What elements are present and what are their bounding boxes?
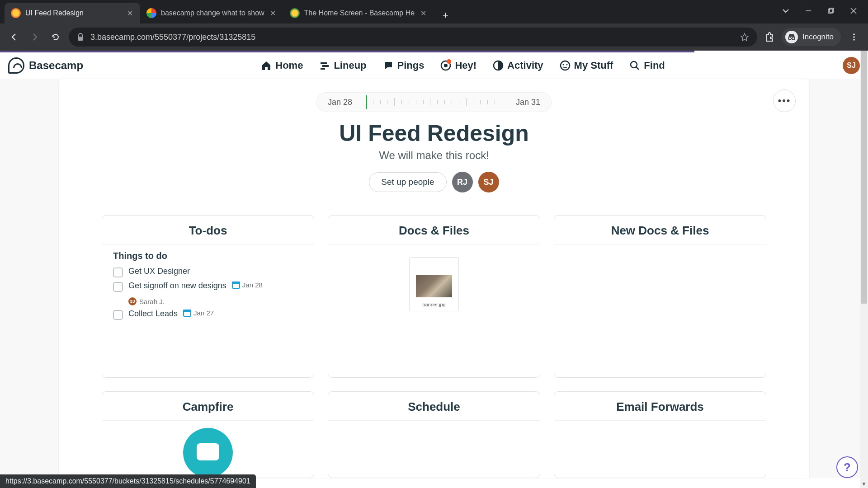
new-tab-button[interactable]: + <box>437 7 453 23</box>
card-title: To-dos <box>102 216 314 244</box>
maximize-icon[interactable] <box>826 6 835 15</box>
nav-lineup[interactable]: Lineup <box>319 60 366 71</box>
card-title: New Docs & Files <box>554 216 766 244</box>
due-date: Jan 27 <box>183 309 214 317</box>
scrollbar[interactable]: ▼ <box>860 51 868 488</box>
svg-rect-12 <box>321 68 325 70</box>
extensions-icon[interactable] <box>763 30 776 44</box>
svg-point-18 <box>566 64 567 66</box>
minimize-icon[interactable] <box>804 6 813 15</box>
nav-label: My Stuff <box>574 60 613 71</box>
project-sheet: ••• Jan 28 Jan 31 UI Feed Redesign We wi… <box>59 79 809 478</box>
browser-tab[interactable]: basecamp change what to show ✕ <box>140 3 283 23</box>
card-title: Docs & Files <box>328 216 540 244</box>
mystuff-icon <box>560 60 571 71</box>
svg-point-5 <box>792 37 795 40</box>
scroll-down-icon[interactable]: ▼ <box>860 480 868 488</box>
svg-point-4 <box>788 37 791 40</box>
svg-point-7 <box>853 33 855 35</box>
checkbox-icon[interactable] <box>113 267 123 277</box>
app-header: Basecamp Home Lineup Pings Hey! Activity… <box>0 52 868 79</box>
todo-text: Collect Leads <box>128 309 178 319</box>
nav-find[interactable]: Find <box>629 60 665 71</box>
url-text: 3.basecamp.com/5550377/projects/31325815 <box>90 33 734 42</box>
card-schedule[interactable]: Schedule <box>328 391 540 478</box>
nav-activity[interactable]: Activity <box>493 60 543 71</box>
user-avatar[interactable]: SJ <box>843 57 860 74</box>
nav-label: Lineup <box>334 60 366 71</box>
logo-icon <box>8 57 24 74</box>
close-window-icon[interactable] <box>849 6 858 15</box>
svg-rect-10 <box>321 62 327 64</box>
activity-icon <box>493 60 504 71</box>
lineup-icon <box>319 60 330 71</box>
file-thumbnail[interactable]: banner.jpg <box>409 257 459 311</box>
card-email[interactable]: Email Forwards <box>554 391 766 478</box>
timeline-ticks <box>366 97 502 108</box>
todo-item[interactable]: Get UX Designer <box>113 265 303 279</box>
nav-mystuff[interactable]: My Stuff <box>560 60 613 71</box>
incognito-badge[interactable]: Incognito <box>782 28 841 46</box>
calendar-icon <box>232 282 240 289</box>
forward-button[interactable] <box>27 29 42 45</box>
svg-point-8 <box>853 36 855 38</box>
checkbox-icon[interactable] <box>113 282 123 292</box>
svg-line-20 <box>636 67 639 70</box>
home-icon <box>261 60 272 71</box>
tab-title: basecamp change what to show <box>161 9 264 17</box>
todo-text: Get signoff on new designs <box>128 281 226 291</box>
tab-search-icon[interactable] <box>781 6 790 15</box>
svg-point-17 <box>562 64 564 66</box>
timeline[interactable]: Jan 28 Jan 31 <box>316 92 552 112</box>
svg-rect-3 <box>78 37 83 41</box>
thumbnail-image-icon <box>416 275 452 297</box>
svg-point-19 <box>631 61 637 68</box>
reload-button[interactable] <box>48 29 63 45</box>
person-avatar[interactable]: RJ <box>452 172 473 192</box>
logo[interactable]: Basecamp <box>8 57 83 74</box>
calendar-icon <box>183 310 191 317</box>
scrollbar-thumb[interactable] <box>861 51 867 304</box>
card-newdocs[interactable]: New Docs & Files <box>554 215 766 378</box>
browser-tab[interactable]: UI Feed Redesign ✕ <box>5 3 140 23</box>
card-todos[interactable]: To-dos Things to do Get UX Designer Get … <box>102 215 314 378</box>
todo-item[interactable]: Get signoff on new designs Jan 28 SJSara… <box>113 279 303 307</box>
bookmark-icon[interactable] <box>740 33 749 42</box>
address-bar[interactable]: 3.basecamp.com/5550377/projects/31325815 <box>69 28 757 47</box>
nav-hey[interactable]: Hey! <box>440 60 476 71</box>
help-button[interactable]: ? <box>836 456 858 478</box>
window-controls <box>771 0 868 22</box>
card-campfire[interactable]: Campfire <box>102 391 314 478</box>
card-title: Campfire <box>102 392 314 421</box>
nav-label: Activity <box>507 60 543 71</box>
todo-text: Get UX Designer <box>128 267 190 276</box>
browser-menu-icon[interactable] <box>846 29 862 45</box>
browser-chrome: UI Feed Redesign ✕ basecamp change what … <box>0 0 868 51</box>
svg-point-9 <box>853 39 855 41</box>
nav-label: Find <box>644 60 665 71</box>
nav-pings[interactable]: Pings <box>383 60 425 71</box>
close-icon[interactable]: ✕ <box>126 9 134 17</box>
todo-list-title: Things to do <box>113 251 303 261</box>
card-title: Email Forwards <box>554 392 766 421</box>
browser-toolbar: 3.basecamp.com/5550377/projects/31325815… <box>0 23 868 51</box>
person-avatar[interactable]: SJ <box>478 172 499 192</box>
setup-people-button[interactable]: Set up people <box>369 172 446 192</box>
favicon-icon <box>290 8 300 18</box>
timeline-start: Jan 28 <box>328 98 352 107</box>
todo-item[interactable]: Collect Leads Jan 27 <box>113 307 303 322</box>
checkbox-icon[interactable] <box>113 310 123 320</box>
hey-icon <box>440 60 451 71</box>
more-menu-button[interactable]: ••• <box>773 89 796 112</box>
status-bar: https://3.basecamp.com/5550377/buckets/3… <box>0 474 256 488</box>
close-icon[interactable]: ✕ <box>419 9 427 17</box>
svg-point-14 <box>444 64 448 67</box>
nav-home[interactable]: Home <box>261 60 303 71</box>
back-button[interactable] <box>6 29 22 45</box>
project-title: UI Feed Redesign <box>59 120 809 146</box>
close-icon[interactable]: ✕ <box>269 9 277 17</box>
search-icon <box>629 60 640 71</box>
browser-tab[interactable]: The Home Screen - Basecamp He ✕ <box>283 3 434 23</box>
incognito-label: Incognito <box>802 33 834 42</box>
card-docs[interactable]: Docs & Files banner.jpg <box>328 215 540 378</box>
